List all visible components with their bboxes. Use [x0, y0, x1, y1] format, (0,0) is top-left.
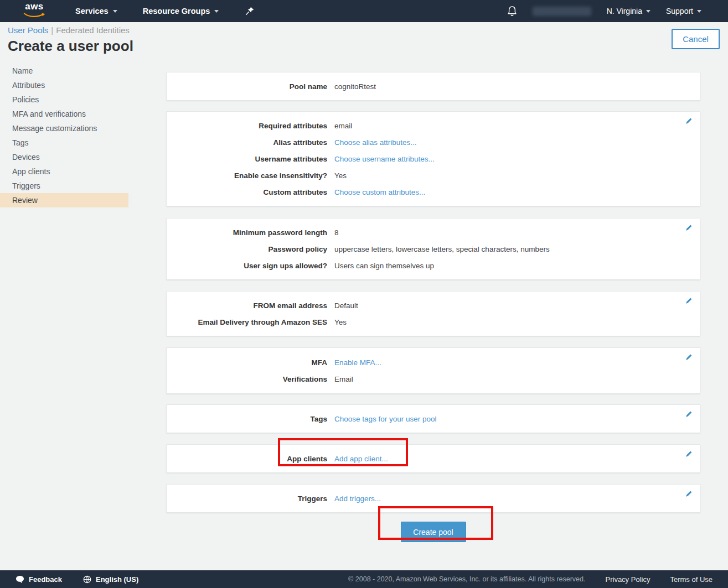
chevron-down-icon — [113, 10, 117, 13]
account-menu-blurred[interactable] — [533, 7, 591, 16]
choose-custom-attributes-link[interactable]: Choose custom attributes... — [334, 188, 425, 196]
verifications-value: Email — [334, 375, 353, 383]
review-panel: Pool name cognitoRtest Required attribut… — [166, 72, 700, 542]
edit-pencil-icon[interactable] — [685, 296, 693, 306]
sidebar-item-devices[interactable]: Devices — [0, 150, 128, 164]
add-triggers-link[interactable]: Add triggers... — [334, 495, 381, 503]
add-app-client-link[interactable]: Add app client... — [334, 455, 388, 463]
choose-username-attributes-link[interactable]: Choose username attributes... — [334, 155, 435, 163]
top-navbar: aws Services Resource Groups N. Vi — [0, 0, 728, 22]
region-label: N. Virginia — [607, 7, 642, 15]
edit-pencil-icon[interactable] — [685, 450, 693, 460]
ses-delivery-value: Yes — [334, 318, 347, 326]
from-email-value: Default — [334, 301, 358, 310]
sidebar-item-triggers[interactable]: Triggers — [0, 179, 128, 193]
sidebar-item-app-clients[interactable]: App clients — [0, 164, 128, 179]
card-triggers: Triggers Add triggers... — [166, 484, 700, 513]
choose-alias-attributes-link[interactable]: Choose alias attributes... — [334, 138, 417, 147]
edit-pencil-icon[interactable] — [685, 117, 693, 127]
feedback-label: Feedback — [29, 575, 62, 584]
navbar-right: N. Virginia Support — [507, 6, 701, 17]
sidebar-item-tags[interactable]: Tags — [0, 136, 128, 150]
wizard-sidebar: Name Attributes Policies MFA and verific… — [0, 64, 128, 207]
aws-logo[interactable]: aws — [23, 2, 45, 20]
chevron-down-icon — [697, 10, 701, 13]
pool-name-label: Pool name — [167, 82, 327, 91]
card-app-clients: App clients Add app client... — [166, 444, 700, 473]
pool-name-value: cognitoRtest — [334, 82, 376, 91]
edit-pencil-icon[interactable] — [685, 410, 693, 420]
language-label: English (US) — [96, 575, 138, 584]
app-clients-label: App clients — [167, 455, 327, 463]
verifications-label: Verifications — [167, 375, 327, 383]
copyright-text: © 2008 - 2020, Amazon Web Services, Inc.… — [348, 575, 585, 583]
enable-mfa-link[interactable]: Enable MFA... — [334, 358, 381, 367]
cancel-button[interactable]: Cancel — [672, 29, 720, 49]
from-email-label: FROM email address — [167, 301, 327, 310]
choose-tags-link[interactable]: Choose tags for your user pool — [334, 415, 437, 423]
card-email: FROM email address Default Email Deliver… — [166, 291, 700, 336]
feedback-speech-bubble-icon — [16, 575, 24, 584]
nav-services-label: Services — [75, 7, 109, 15]
edit-pencil-icon[interactable] — [685, 490, 693, 499]
card-attributes: Required attributes email Alias attribut… — [166, 111, 700, 206]
support-label: Support — [666, 7, 693, 15]
notifications-bell-icon[interactable] — [507, 6, 517, 17]
breadcrumb: User Pools|Federated Identities — [8, 25, 728, 35]
breadcrumb-federated-identities[interactable]: Federated Identities — [56, 25, 130, 35]
edit-pencil-icon[interactable] — [685, 223, 693, 233]
username-attributes-label: Username attributes — [167, 155, 327, 163]
password-policy-label: Password policy — [167, 245, 327, 253]
nav-support[interactable]: Support — [666, 7, 701, 15]
min-password-length-value: 8 — [334, 228, 339, 237]
feedback-button[interactable]: Feedback — [16, 575, 62, 584]
alias-attributes-label: Alias attributes — [167, 138, 327, 147]
pushpin-icon[interactable] — [245, 7, 254, 16]
card-tags: Tags Choose tags for your user pool — [166, 404, 700, 433]
nav-region[interactable]: N. Virginia — [607, 7, 650, 15]
create-pool-row: Create pool — [166, 522, 700, 542]
mfa-label: MFA — [167, 358, 327, 367]
user-signups-value: Users can sign themselves up — [334, 262, 434, 270]
create-pool-button[interactable]: Create pool — [401, 522, 466, 542]
tags-label: Tags — [167, 415, 327, 423]
card-policies: Minimum password length 8 Password polic… — [166, 218, 700, 280]
ses-delivery-label: Email Delivery through Amazon SES — [167, 318, 327, 326]
aws-smile-icon — [23, 11, 45, 20]
terms-of-use-link[interactable]: Terms of Use — [670, 575, 712, 584]
sidebar-item-review[interactable]: Review — [0, 193, 128, 207]
sidebar-item-message-customizations[interactable]: Message customizations — [0, 121, 128, 136]
chevron-down-icon — [646, 10, 650, 13]
breadcrumb-separator: | — [51, 25, 53, 35]
language-selector[interactable]: English (US) — [83, 575, 138, 584]
user-signups-label: User sign ups allowed? — [167, 262, 327, 270]
footer-right: © 2008 - 2020, Amazon Web Services, Inc.… — [348, 575, 712, 584]
triggers-label: Triggers — [167, 495, 327, 503]
globe-icon — [83, 575, 91, 584]
nav-services[interactable]: Services — [75, 7, 117, 15]
nav-resource-groups[interactable]: Resource Groups — [143, 7, 219, 15]
sidebar-item-policies[interactable]: Policies — [0, 92, 128, 107]
card-pool-name: Pool name cognitoRtest — [166, 72, 700, 101]
page-header: User Pools|Federated Identities Create a… — [0, 22, 728, 60]
breadcrumb-user-pools-link[interactable]: User Pools — [8, 25, 48, 35]
privacy-policy-link[interactable]: Privacy Policy — [606, 575, 650, 584]
aws-logo-text: aws — [25, 2, 44, 11]
case-insensitivity-label: Enable case insensitivity? — [167, 171, 327, 180]
min-password-length-label: Minimum password length — [167, 228, 327, 237]
edit-pencil-icon[interactable] — [685, 353, 693, 363]
custom-attributes-label: Custom attributes — [167, 188, 327, 196]
sidebar-item-mfa-and-verifications[interactable]: MFA and verifications — [0, 107, 128, 121]
card-mfa: MFA Enable MFA... Verifications Email — [166, 347, 700, 394]
sidebar-item-attributes[interactable]: Attributes — [0, 78, 128, 92]
password-policy-value: uppercase letters, lowercase letters, sp… — [334, 245, 550, 253]
required-attributes-label: Required attributes — [167, 122, 327, 130]
case-insensitivity-value: Yes — [334, 171, 347, 180]
chevron-down-icon — [214, 10, 219, 13]
sidebar-item-name[interactable]: Name — [0, 64, 128, 78]
nav-resource-groups-label: Resource Groups — [143, 7, 210, 15]
page-title: Create a user pool — [8, 38, 728, 55]
footer: Feedback English (US) © 2008 - 2020, Ama… — [0, 570, 728, 588]
required-attributes-value: email — [334, 122, 352, 130]
